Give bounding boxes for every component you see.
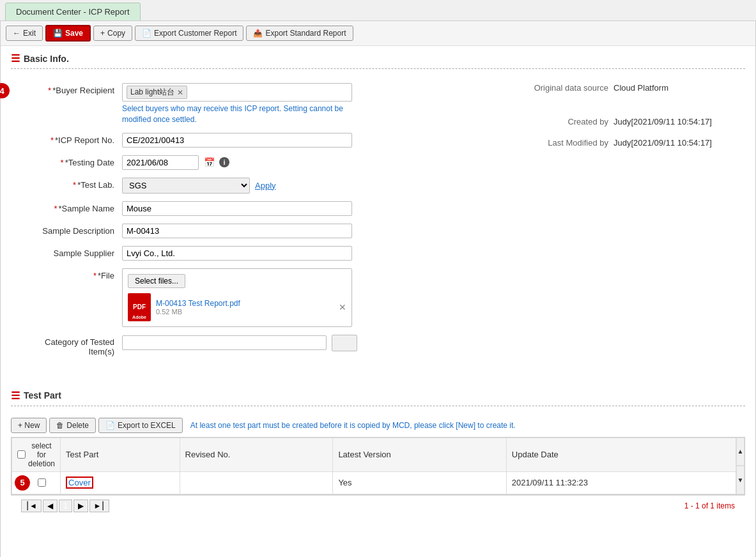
exit-icon: ← (13, 29, 20, 38)
prev-page-button[interactable]: ◀ (43, 500, 58, 512)
table-scroll-area: select for deletion Test Part Revised No… (12, 438, 744, 494)
select-all-checkbox[interactable] (17, 450, 26, 459)
page-nav: ⎮◄ ◀ 1 ▶ ►⎮ (21, 500, 109, 512)
current-page-button[interactable]: 1 (59, 500, 72, 512)
buyer-box[interactable]: Lab light站台 ✕ (122, 83, 352, 102)
save-label: Save (65, 29, 83, 38)
sample-name-input[interactable] (122, 201, 352, 216)
next-page-button[interactable]: ▶ (73, 500, 88, 512)
sample-description-row: Sample Description (20, 224, 468, 238)
latest-version-col-header: Latest Version (333, 438, 506, 471)
new-button[interactable]: + New (11, 418, 47, 433)
testing-date-input[interactable] (122, 155, 199, 170)
export-excel-button[interactable]: 📄 Export to EXCEL (98, 418, 183, 433)
sample-supplier-label: Sample Supplier (20, 246, 122, 258)
test-part-table-wrapper: select for deletion Test Part Revised No… (11, 437, 745, 495)
excel-icon: 📄 (105, 421, 115, 430)
exit-button[interactable]: ← Exit (6, 26, 43, 41)
buyer-recipient-row: **Buyer Recipient Lab light站台 ✕ Select b… (20, 83, 468, 125)
sample-name-label: **Sample Name (20, 201, 122, 213)
test-part-divider (11, 406, 745, 406)
file-item: PDF M-00413 Test Report.pdf 0.52 MB ✕ (128, 293, 346, 321)
select-all-container: select for deletion (17, 441, 55, 468)
form-main-area: 4 **Buyer Recipient Lab light站台 ✕ (20, 83, 736, 364)
cover-link[interactable]: Cover (66, 477, 93, 489)
first-page-button[interactable]: ⎮◄ (21, 500, 42, 512)
table-scrollbar[interactable]: ▲ ▼ (736, 438, 744, 494)
export-customer-icon: 📄 (142, 29, 151, 38)
update-date-cell: 2021/09/11 11:32:23 (506, 471, 744, 494)
basic-info-form: 4 **Buyer Recipient Lab light站台 ✕ (1, 77, 755, 370)
test-lab-row: **Test Lab. SGS BV Intertek Apply (20, 178, 468, 194)
delete-button[interactable]: 🗑 Delete (49, 418, 96, 433)
created-by-value: Judy[2021/09/11 10:54:17] (613, 117, 712, 126)
original-data-source-row: Original data source Cloud Platform (519, 83, 736, 93)
export-customer-label: Export Customer Report (154, 29, 236, 38)
scroll-up-arrow[interactable]: ▲ (736, 438, 744, 466)
latest-version-cell: Yes (333, 471, 506, 494)
test-part-cell: Cover (61, 471, 180, 494)
last-page-button[interactable]: ►⎮ (89, 500, 110, 512)
sample-name-field (122, 201, 468, 216)
apply-button[interactable]: Apply (255, 181, 276, 190)
category-field (122, 335, 468, 351)
created-by-label: Created by (519, 117, 608, 126)
file-link[interactable]: M-00413 Test Report.pdf (156, 299, 240, 308)
category-input-row (122, 335, 468, 351)
sample-description-input[interactable] (122, 224, 352, 238)
last-modified-by-row: Last Modified by Judy[2021/09/11 10:54:1… (519, 138, 736, 148)
row-checkbox[interactable] (38, 478, 46, 487)
testing-date-row: **Testing Date 📅 i (20, 155, 468, 170)
basic-info-header: ☰ Basic Info. (1, 46, 755, 68)
new-label: + New (18, 421, 40, 430)
buyer-recipient-field: Lab light站台 ✕ Select buyers who may rece… (122, 83, 468, 125)
file-close-icon[interactable]: ✕ (339, 302, 346, 312)
export-standard-button[interactable]: 📤 Export Standard Report (246, 26, 353, 41)
testing-date-label: **Testing Date (20, 155, 122, 167)
buyer-tag-text: Lab light站台 (130, 87, 174, 98)
form-left: 4 **Buyer Recipient Lab light站台 ✕ (20, 83, 468, 364)
category-button[interactable] (332, 335, 357, 351)
buyer-tag: Lab light站台 ✕ (127, 86, 187, 99)
test-lab-select[interactable]: SGS BV Intertek (122, 178, 250, 194)
save-icon: 💾 (53, 29, 63, 38)
copy-button[interactable]: + Copy (93, 26, 132, 41)
icp-report-no-label: **ICP Report No. (20, 133, 122, 145)
select-all-header: select for deletion (12, 438, 61, 471)
category-label: Category of Tested Item(s) (20, 335, 122, 356)
file-row: **File Select files... PDF M-00413 Test … (20, 268, 468, 327)
row-checkbox-cell: 5 (12, 471, 61, 494)
delete-label: Delete (66, 421, 89, 430)
window-tab: Document Center - ICP Report (5, 3, 141, 20)
original-data-source-value: Cloud Platform (613, 83, 668, 93)
table-body: 5 Cover Yes 2021/09/11 11:32:23 (12, 471, 744, 494)
select-files-button[interactable]: Select files... (128, 274, 185, 288)
table-header-row: select for deletion Test Part Revised No… (12, 438, 744, 471)
scroll-down-arrow[interactable]: ▼ (736, 466, 744, 494)
test-lab-label: **Test Lab. (20, 178, 122, 190)
export-standard-icon: 📤 (253, 29, 263, 38)
select-for-deletion-label: select for deletion (28, 441, 55, 468)
window-title: Document Center - ICP Report (16, 7, 130, 17)
icp-report-no-row: **ICP Report No. (20, 133, 468, 148)
category-row: Category of Tested Item(s) (20, 335, 468, 356)
update-date-col-header: Update Date (506, 438, 744, 471)
copy-label: Copy (107, 29, 125, 38)
buyer-tag-close[interactable]: ✕ (177, 88, 183, 97)
test-part-title: Test Part (24, 390, 61, 401)
basic-info-icon: ☰ (11, 52, 20, 65)
save-button[interactable]: 💾 Save (45, 25, 91, 42)
sample-supplier-input[interactable] (122, 246, 352, 261)
last-modified-by-value: Judy[2021/09/11 10:54:17] (613, 138, 712, 148)
calendar-icon[interactable]: 📅 (203, 156, 215, 169)
date-row: 📅 i (122, 155, 468, 170)
category-input[interactable] (122, 335, 327, 350)
icp-report-no-input[interactable] (122, 133, 352, 148)
sample-supplier-row: Sample Supplier (20, 246, 468, 261)
test-part-section: ☰ Test Part + New 🗑 Delete 📄 Export to E… (1, 383, 755, 516)
original-data-source-label: Original data source (519, 83, 608, 93)
exit-label: Exit (23, 29, 36, 38)
export-customer-button[interactable]: 📄 Export Customer Report (135, 26, 243, 41)
buyer-recipient-label: **Buyer Recipient (20, 83, 122, 95)
test-lab-select-row: SGS BV Intertek Apply (122, 178, 468, 194)
